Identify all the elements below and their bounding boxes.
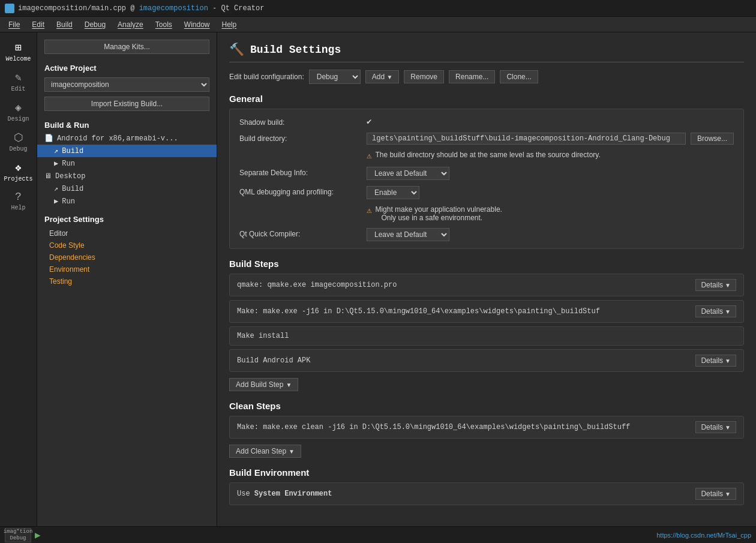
run-label: Run	[62, 160, 75, 168]
tree-desktop-run[interactable]: ▶ Run	[37, 195, 217, 208]
apk-step-text: Build Android APK	[237, 356, 695, 365]
build-dir-warning-text: The build directory should be at the sam…	[375, 151, 600, 159]
tree-android[interactable]: 📄 Android for x86,armeabi-v...	[37, 132, 217, 145]
help-icon: ?	[15, 191, 22, 203]
general-section-header: General	[229, 94, 744, 104]
bottom-thumbnail[interactable]: imag*tion Debug	[5, 528, 31, 542]
build-step-qmake: qmake: qmake.exe imagecomposition.pro De…	[229, 274, 744, 296]
sidebar-item-welcome[interactable]: ⊞ Welcome	[2, 37, 35, 66]
settings-code-style[interactable]: Code Style	[37, 239, 217, 251]
desktop-build-arrow-icon: ↗	[54, 184, 58, 193]
settings-environment[interactable]: Environment	[37, 263, 217, 275]
shadow-build-label: Shadow build:	[239, 116, 359, 127]
run-debug-icon[interactable]: ▶	[35, 529, 41, 541]
qml-warning-icon: ⚠	[367, 205, 371, 215]
clean-step-text: Make: make.exe clean -j16 in D:\Qt5.15.0…	[237, 423, 695, 431]
tree-desktop[interactable]: 🖥 Desktop	[37, 170, 217, 182]
clean-details-button[interactable]: Details▼	[695, 421, 736, 433]
qt-quick-label: Qt Quick Compiler:	[239, 228, 359, 238]
clone-config-button[interactable]: Clone...	[500, 70, 538, 83]
tree-run[interactable]: ▶ Run	[37, 157, 217, 170]
qt-quick-row: Qt Quick Compiler: Leave at Default	[239, 228, 734, 241]
rename-config-button[interactable]: Rename...	[449, 70, 495, 83]
bottom-left: imag*tion Debug ▶	[5, 528, 41, 542]
sidebar-item-help[interactable]: ? Help	[2, 187, 35, 215]
bottom-debug-label: Debug	[4, 535, 33, 542]
make-details-button[interactable]: Details▼	[695, 305, 736, 317]
menu-tools[interactable]: Tools	[149, 19, 178, 30]
sep-debug-row: Separate Debug Info: Leave at Default	[239, 167, 734, 180]
sidebar-item-design[interactable]: ◈ Design	[2, 97, 35, 126]
menu-build[interactable]: Build	[50, 19, 79, 30]
config-label: Edit build configuration:	[229, 73, 304, 81]
build-label: Build	[62, 147, 83, 155]
bottombar: imag*tion Debug ▶ https://blog.csdn.net/…	[0, 526, 756, 543]
settings-testing[interactable]: Testing	[37, 275, 217, 287]
sidebar-item-projects[interactable]: ❖ Projects	[2, 157, 35, 186]
qml-debug-dropdown[interactable]: Enable	[367, 186, 419, 199]
qt-quick-dropdown[interactable]: Leave at Default	[367, 228, 449, 241]
use-system-env-text: Use System Environment	[237, 490, 695, 498]
add-config-button[interactable]: Add ▼	[365, 70, 400, 83]
browse-button[interactable]: Browse...	[691, 133, 734, 145]
settings-dependencies[interactable]: Dependencies	[37, 251, 217, 263]
build-arrow-icon: ↗	[54, 146, 58, 155]
menu-edit[interactable]: Edit	[26, 19, 50, 30]
main-layout: ⊞ Welcome ✎ Edit ◈ Design ⬡ Debug ❖ Proj…	[0, 32, 756, 526]
edit-icon: ✎	[15, 71, 22, 84]
qmake-step-text: qmake: qmake.exe imagecomposition.pro	[237, 281, 695, 289]
build-env-details-button[interactable]: Details▼	[695, 488, 736, 500]
remove-config-button[interactable]: Remove	[404, 70, 444, 83]
build-dir-input-group: Browse...	[367, 133, 734, 145]
add-build-step-button[interactable]: Add Build Step▼	[229, 378, 298, 391]
app-icon	[5, 4, 14, 13]
help-label: Help	[11, 205, 25, 211]
desktop-label: Desktop	[55, 172, 85, 181]
menu-file[interactable]: File	[2, 19, 26, 30]
menubar: File Edit Build Debug Analyze Tools Wind…	[0, 17, 756, 32]
debug-label: Debug	[9, 146, 27, 152]
clean-step-make: Make: make.exe clean -j16 in D:\Qt5.15.0…	[229, 416, 744, 439]
warning-icon: ⚠	[367, 151, 371, 161]
apk-details-button[interactable]: Details▼	[695, 355, 736, 367]
build-steps-header: Build Steps	[229, 259, 744, 269]
build-env-system: Use System Environment Details▼	[229, 482, 744, 505]
active-project-title: Active Project	[37, 61, 217, 76]
projects-icon: ❖	[15, 161, 22, 174]
config-row: Edit build configuration: Debug Add ▼ Re…	[229, 70, 744, 84]
settings-editor[interactable]: Editor	[37, 227, 217, 239]
config-dropdown[interactable]: Debug	[309, 70, 361, 84]
build-dir-input[interactable]	[367, 133, 686, 145]
run-icon: ▶	[54, 159, 58, 168]
tree-desktop-build[interactable]: ↗ Build	[37, 182, 217, 195]
add-clean-step-button[interactable]: Add Clean Step▼	[229, 445, 301, 458]
general-panel: Shadow build: ✔ Build directory: Browse.…	[229, 109, 744, 249]
build-step-apk: Build Android APK Details▼	[229, 349, 744, 372]
sidebar-item-edit[interactable]: ✎ Edit	[2, 67, 35, 96]
project-settings-title: Project Settings	[37, 208, 217, 227]
build-run-title: Build & Run	[37, 116, 217, 132]
sep-debug-dropdown[interactable]: Leave at Default	[367, 167, 449, 180]
android-icon: 📄	[44, 134, 53, 143]
menu-debug[interactable]: Debug	[79, 19, 112, 30]
menu-window[interactable]: Window	[178, 19, 216, 30]
bottom-url: https://blog.csdn.net/MrTsai_cpp	[656, 532, 751, 539]
menu-analyze[interactable]: Analyze	[112, 19, 149, 30]
desktop-icon: 🖥	[44, 172, 52, 181]
make-install-step: Make install	[229, 326, 744, 346]
shadow-build-row: Shadow build: ✔	[239, 116, 734, 127]
sep-debug-label: Separate Debug Info:	[239, 167, 359, 177]
import-existing-build-button[interactable]: Import Existing Build...	[44, 97, 209, 111]
manage-kits-button[interactable]: Manage Kits...	[44, 40, 209, 54]
qmake-details-button[interactable]: Details▼	[695, 279, 736, 291]
qml-warning-row: ⚠ Might make your application vulnerable…	[239, 205, 734, 222]
tree-build[interactable]: ↗ Build	[37, 145, 217, 157]
page-title-row: 🔨 Build Settings	[229, 42, 744, 62]
desktop-build-label: Build	[62, 185, 83, 193]
build-dir-row: Build directory: Browse...	[239, 133, 734, 145]
project-dropdown[interactable]: imagecomposition	[44, 77, 209, 92]
desktop-run-icon: ▶	[54, 197, 58, 206]
shadow-build-checkbox[interactable]: ✔	[367, 116, 371, 127]
menu-help[interactable]: Help	[216, 19, 243, 30]
sidebar-item-debug[interactable]: ⬡ Debug	[2, 127, 35, 156]
